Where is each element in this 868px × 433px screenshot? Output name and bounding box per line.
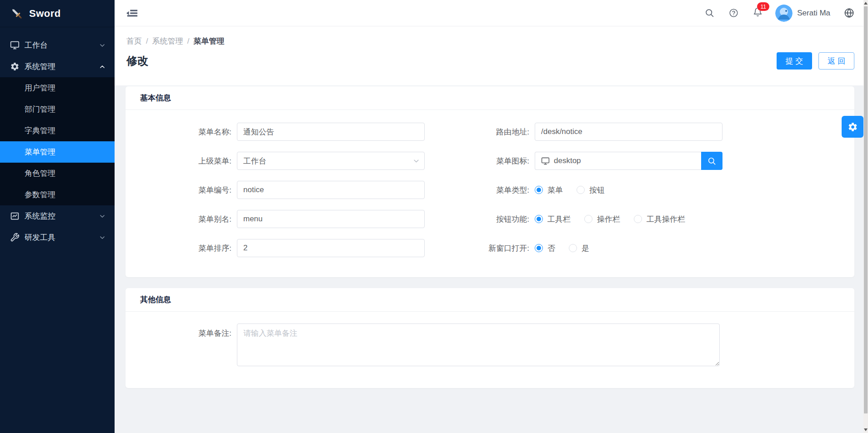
menu-alias-input[interactable]: [237, 210, 425, 228]
radio-new-window-no[interactable]: 否: [535, 243, 555, 254]
form-row: 菜单备注:: [125, 324, 854, 366]
sidebar-item-label: 参数管理: [25, 189, 55, 200]
back-button[interactable]: 返 回: [818, 52, 854, 70]
radio-label: 否: [547, 243, 555, 254]
radio-menu-type-button[interactable]: 按钮: [577, 185, 605, 195]
basic-info-card: 基本信息 菜单名称: 路由地址: 上级: [125, 86, 854, 277]
sidebar-item-role-management[interactable]: 角色管理: [0, 163, 115, 184]
form-row: 菜单编号: 菜单类型: 菜单 按钮: [125, 181, 854, 199]
page-content: 基本信息 菜单名称: 路由地址: 上级: [115, 85, 868, 433]
sidebar-item-dictionary-management[interactable]: 字典管理: [0, 120, 115, 141]
line-chart-icon: [10, 211, 20, 221]
radio-dot: [535, 215, 543, 223]
sidebar-item-dev-tools[interactable]: 研发工具: [0, 227, 115, 248]
notification-bell[interactable]: 11: [753, 7, 763, 19]
form-row: 菜单排序: 新窗口打开: 否 是: [125, 239, 854, 257]
form-item-menu-type: 菜单类型: 菜单 按钮: [480, 181, 854, 199]
menu-code-input[interactable]: [237, 181, 425, 199]
form-row: 上级菜单: 工作台 菜单图标:: [125, 152, 854, 170]
radio-label: 操作栏: [597, 214, 620, 224]
page-scrollbar[interactable]: [863, 0, 868, 433]
menu-type-label: 菜单类型:: [480, 185, 535, 195]
scrollbar-up-arrow[interactable]: [864, 2, 868, 5]
parent-menu-select[interactable]: 工作台: [237, 152, 425, 170]
form-item-menu-alias: 菜单别名:: [125, 210, 480, 228]
avatar[interactable]: [775, 5, 793, 22]
button-func-label: 按钮功能:: [480, 214, 535, 224]
form-item-new-window: 新窗口打开: 否 是: [480, 239, 854, 257]
form-item-menu-sort: 菜单排序:: [125, 239, 480, 257]
form-item-menu-icon: 菜单图标: desktop: [480, 152, 854, 170]
radio-new-window-yes[interactable]: 是: [569, 243, 589, 254]
scrollbar-down-arrow[interactable]: [864, 428, 868, 431]
menu-sort-label: 菜单排序:: [125, 243, 237, 254]
basic-info-body: 菜单名称: 路由地址: 上级菜单:: [125, 110, 854, 277]
search-icon[interactable]: [705, 8, 714, 18]
route-input[interactable]: [535, 123, 722, 141]
menu-type-radio-group: 菜单 按钮: [535, 185, 605, 195]
search-icon: [707, 157, 716, 165]
breadcrumb-separator: /: [146, 37, 148, 46]
sidebar-nav: 工作台 系统管理 用户管理 部门管理 字典管理 菜单管理 角色管理 参数管理 系…: [0, 27, 115, 248]
sidebar-item-label: 角色管理: [25, 168, 55, 179]
sidebar-item-user-management[interactable]: 用户管理: [0, 77, 115, 99]
page-title: 修改: [126, 54, 148, 68]
menu-icon-field: desktop: [535, 152, 722, 170]
remark-label: 菜单备注:: [125, 324, 237, 338]
menu-name-input[interactable]: [237, 123, 425, 141]
page-header: 首页 / 系统管理 / 菜单管理 修改 提 交 返 回: [115, 26, 868, 85]
breadcrumb-home[interactable]: 首页: [126, 36, 142, 46]
chevron-down-icon: [413, 158, 420, 164]
menu-alias-label: 菜单别名:: [125, 214, 237, 224]
radio-dot: [577, 186, 585, 194]
sidebar-item-system-monitor[interactable]: 系统监控: [0, 205, 115, 227]
other-info-body: 菜单备注:: [125, 312, 854, 388]
sidebar-item-parameter-management[interactable]: 参数管理: [0, 184, 115, 205]
username[interactable]: Serati Ma: [797, 9, 830, 18]
sidebar-item-workbench[interactable]: 工作台: [0, 35, 115, 56]
topbar-right: 11 Serati Ma: [705, 5, 854, 22]
wrench-icon: [10, 233, 20, 242]
globe-icon[interactable]: [844, 8, 854, 18]
chevron-up-icon: [99, 64, 105, 70]
radio-menu-type-menu[interactable]: 菜单: [535, 185, 563, 195]
sidebar-item-menu-management[interactable]: 菜单管理: [0, 141, 115, 163]
avatar-image: [775, 5, 793, 22]
sidebar-item-label: 字典管理: [25, 125, 55, 136]
breadcrumb-system-management[interactable]: 系统管理: [152, 36, 183, 46]
menu-icon-label: 菜单图标:: [480, 156, 535, 166]
new-window-label: 新窗口打开:: [480, 243, 535, 254]
scrollbar-thumb[interactable]: [864, 6, 868, 413]
gear-icon: [10, 62, 20, 71]
desktop-icon: [541, 157, 550, 165]
topbar: 11 Serati Ma: [115, 0, 868, 26]
chevron-down-icon: [99, 42, 105, 49]
radio-button-func-tool-actionbar[interactable]: 工具操作栏: [634, 214, 685, 224]
menu-icon-input[interactable]: desktop: [535, 152, 701, 170]
sidebar-item-label: 系统监控: [25, 211, 55, 221]
main-area: 11 Serati Ma 首页 / 系统管理 /: [115, 0, 868, 433]
sidebar-item-label: 研发工具: [25, 232, 55, 243]
menu-code-label: 菜单编号:: [125, 185, 237, 195]
basic-info-header: 基本信息: [125, 86, 854, 110]
sidebar-item-system-management[interactable]: 系统管理: [0, 56, 115, 77]
chevron-down-icon: [99, 234, 105, 241]
system-management-submenu: 用户管理 部门管理 字典管理 菜单管理 角色管理 参数管理: [0, 77, 115, 205]
submit-button[interactable]: 提 交: [777, 52, 813, 70]
form-item-button-func: 按钮功能: 工具栏 操作栏 工具操作栏: [480, 210, 854, 228]
radio-button-func-toolbar[interactable]: 工具栏: [535, 214, 571, 224]
sidebar-item-department-management[interactable]: 部门管理: [0, 99, 115, 120]
help-icon[interactable]: [729, 8, 738, 18]
form-item-remark: 菜单备注:: [125, 324, 854, 366]
parent-menu-label: 上级菜单:: [125, 156, 237, 166]
radio-button-func-actionbar[interactable]: 操作栏: [584, 214, 620, 224]
remark-textarea[interactable]: [237, 324, 720, 366]
theme-settings-button[interactable]: [842, 116, 863, 138]
sidebar-collapse-icon[interactable]: [126, 8, 138, 18]
other-info-header: 其他信息: [125, 288, 854, 312]
app-logo[interactable]: Sword: [0, 0, 115, 27]
menu-sort-input[interactable]: [237, 239, 425, 257]
radio-dot: [569, 244, 577, 252]
icon-search-button[interactable]: [701, 152, 722, 170]
title-row: 修改 提 交 返 回: [126, 50, 854, 72]
